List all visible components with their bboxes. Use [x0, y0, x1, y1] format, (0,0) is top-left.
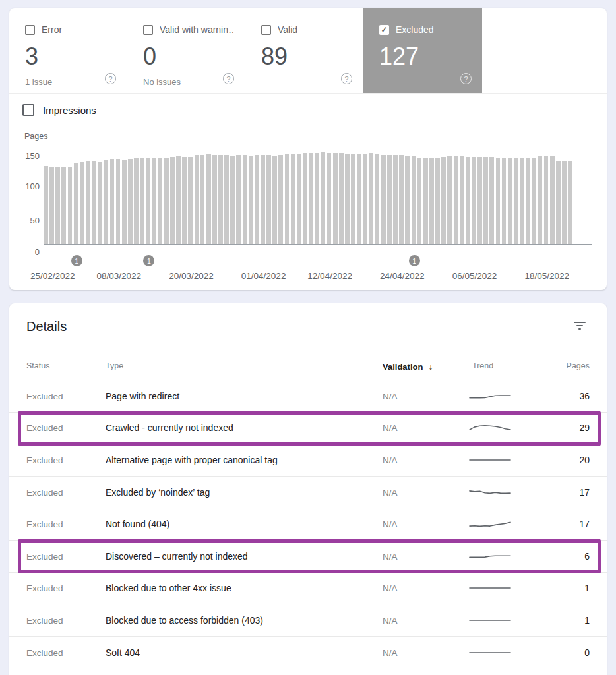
- chart-bar[interactable]: [345, 154, 350, 244]
- help-icon[interactable]: ?: [341, 73, 352, 84]
- chart-bar[interactable]: [116, 159, 121, 244]
- chart-bar[interactable]: [146, 158, 150, 244]
- table-row[interactable]: ExcludedBlocked due to other 4xx issueN/…: [9, 573, 607, 605]
- scorecard-valid-with-warnings[interactable]: Valid with warnin… 0 No issues ?: [127, 8, 245, 93]
- chart-bar[interactable]: [483, 157, 488, 244]
- chart-bar[interactable]: [80, 162, 84, 244]
- chart-bar[interactable]: [508, 158, 512, 244]
- chart-bar[interactable]: [351, 154, 355, 244]
- chart-bar[interactable]: [86, 161, 90, 244]
- chart-bar[interactable]: [315, 153, 319, 244]
- chart-bar[interactable]: [170, 157, 175, 244]
- row-type-cell[interactable]: Blocked due to access forbidden (403): [106, 615, 263, 626]
- chart-bar[interactable]: [412, 156, 416, 244]
- chart-bar[interactable]: [110, 159, 115, 244]
- chart-bar[interactable]: [454, 156, 458, 244]
- help-icon[interactable]: ?: [223, 73, 234, 84]
- chart-bar[interactable]: [164, 158, 169, 244]
- row-type-cell[interactable]: Page with redirect: [106, 391, 179, 401]
- chart-bar[interactable]: [399, 155, 404, 244]
- chart-bar[interactable]: [291, 154, 295, 244]
- chart-bar[interactable]: [74, 163, 78, 244]
- row-type-cell[interactable]: Excluded by ‘noindex’ tag: [106, 487, 210, 498]
- chart-bar[interactable]: [272, 156, 277, 244]
- chart-bar[interactable]: [363, 154, 367, 244]
- chart-bar[interactable]: [435, 158, 440, 244]
- row-type-cell[interactable]: Not found (404): [106, 519, 169, 529]
- chart-bar[interactable]: [188, 157, 193, 244]
- chart-bar[interactable]: [369, 153, 374, 244]
- chart-bar[interactable]: [327, 153, 332, 244]
- chart-bar[interactable]: [489, 157, 494, 244]
- table-row[interactable]: ExcludedDiscovered – currently not index…: [9, 541, 607, 573]
- chart-bar[interactable]: [236, 155, 241, 244]
- chart-bar[interactable]: [514, 158, 518, 244]
- chart-bar[interactable]: [460, 156, 464, 244]
- chart-bar[interactable]: [303, 153, 307, 244]
- chart-bar[interactable]: [441, 157, 446, 244]
- chart-bar[interactable]: [224, 155, 229, 244]
- chart-bar[interactable]: [381, 155, 386, 244]
- error-checkbox[interactable]: [25, 25, 35, 35]
- chart-bar[interactable]: [134, 158, 139, 244]
- chart-bar[interactable]: [333, 153, 338, 244]
- scorecard-excluded[interactable]: ✓ Excluded 127 ?: [363, 8, 482, 93]
- chart-bar[interactable]: [417, 158, 422, 244]
- table-row[interactable]: ExcludedPage with redirectN/A36: [9, 380, 607, 413]
- chart-bar[interactable]: [556, 161, 561, 244]
- chart-bar[interactable]: [447, 156, 452, 244]
- table-row[interactable]: ExcludedNot found (404)N/A17: [9, 508, 607, 541]
- chart-bar[interactable]: [152, 158, 157, 244]
- scorecard-valid[interactable]: Valid 89 ?: [245, 8, 363, 93]
- column-header-pages[interactable]: Pages: [567, 361, 590, 370]
- chart-bar[interactable]: [297, 154, 301, 244]
- bar-plot[interactable]: [44, 148, 598, 244]
- chart-bar[interactable]: [200, 155, 205, 244]
- chart-bar[interactable]: [550, 156, 555, 244]
- chart-bar[interactable]: [92, 161, 96, 244]
- help-icon[interactable]: ?: [460, 73, 472, 84]
- column-header-validation[interactable]: Validation ↓: [383, 361, 433, 372]
- chart-bar[interactable]: [357, 154, 361, 244]
- chart-bar[interactable]: [538, 156, 542, 244]
- chart-bar[interactable]: [176, 156, 181, 244]
- chart-bar[interactable]: [477, 157, 482, 244]
- column-header-trend[interactable]: Trend: [472, 361, 493, 370]
- chart-bar[interactable]: [472, 157, 476, 244]
- chart-bar[interactable]: [249, 156, 253, 244]
- table-row[interactable]: ExcludedBlocked due to access forbidden …: [9, 604, 607, 637]
- table-row[interactable]: ExcludedAlternative page with proper can…: [9, 444, 607, 477]
- chart-bar[interactable]: [68, 167, 73, 244]
- chart-bar[interactable]: [502, 158, 507, 244]
- chart-bar[interactable]: [532, 158, 536, 244]
- row-type-cell[interactable]: Soft 404: [106, 647, 140, 658]
- chart-bar[interactable]: [375, 154, 380, 244]
- chart-bar[interactable]: [405, 156, 410, 244]
- chart-bar[interactable]: [429, 158, 434, 244]
- table-row[interactable]: ExcludedCrawled - currently not indexedN…: [9, 413, 607, 445]
- filter-icon[interactable]: [574, 322, 586, 331]
- chart-bar[interactable]: [496, 158, 501, 244]
- chart-bar[interactable]: [526, 158, 530, 244]
- chart-bar[interactable]: [266, 155, 271, 244]
- chart-bar[interactable]: [122, 160, 127, 244]
- chart-bar[interactable]: [55, 167, 60, 244]
- table-row[interactable]: ExcludedSoft 404N/A0: [9, 637, 607, 669]
- help-icon[interactable]: ?: [105, 73, 116, 84]
- chart-bar[interactable]: [255, 155, 259, 244]
- annotation-marker[interactable]: 1: [409, 255, 420, 266]
- chart-bar[interactable]: [278, 155, 283, 244]
- chart-bar[interactable]: [466, 157, 470, 244]
- row-type-cell[interactable]: Alternative page with proper canonical t…: [106, 455, 278, 465]
- row-type-cell[interactable]: Discovered – currently not indexed: [106, 551, 248, 562]
- chart-bar[interactable]: [182, 157, 187, 244]
- row-type-cell[interactable]: Crawled - currently not indexed: [106, 423, 233, 433]
- chart-bar[interactable]: [261, 155, 265, 244]
- impressions-checkbox[interactable]: [22, 104, 34, 116]
- chart-bar[interactable]: [568, 161, 572, 244]
- chart-bar[interactable]: [158, 158, 163, 244]
- column-header-type[interactable]: Type: [106, 361, 123, 370]
- chart-bar[interactable]: [104, 160, 108, 244]
- chart-bar[interactable]: [98, 162, 102, 244]
- chart-bar[interactable]: [44, 166, 48, 244]
